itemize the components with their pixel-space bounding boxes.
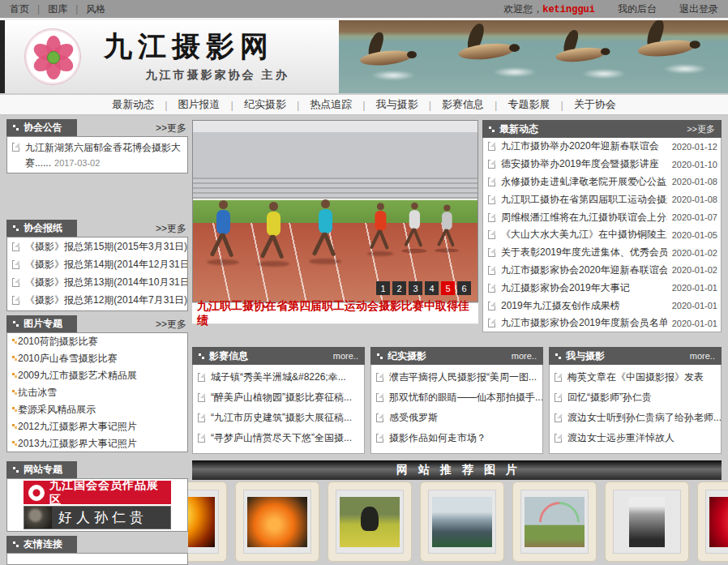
nav-item-latest[interactable]: 最新动态 [112,97,154,112]
list-item[interactable]: 摄影作品如何走市场？ [371,428,542,448]
news-item-title: 九江职工摄协在省第四届职工运动会摄影... [501,193,667,207]
bullet-icon [12,441,15,443]
thumbnail-card-rainbow[interactable] [512,482,597,562]
sun-rengui-banner[interactable]: 好人孙仁贵 [24,506,171,529]
carousel-page-4[interactable]: 4 [425,281,439,295]
newspaper-title: 协会报纸 [24,221,62,235]
newspaper-item[interactable]: 《摄影》报总第14期(2014年12月31日) [7,255,187,273]
topbar-link-style[interactable]: 风格 [67,2,105,16]
photo-topic-item[interactable]: 2010荷韵摄影比赛 [7,333,187,350]
photo-topic-item[interactable]: 2010庐山春雪摄影比赛 [7,350,187,367]
news-item[interactable]: 周维根潘江维将在九江摄协联谊会上分享...2020-01-07 [483,208,721,226]
news-item[interactable]: 《大山大水大美九江》在中摄协铜陵主题...2020-01-05 [483,226,721,244]
news-item-date: 2020-01-01 [672,283,717,293]
news-item[interactable]: 九江市摄影家协会2020年迎新春联谊会【...2020-01-02 [483,262,721,280]
contest-info-title-wrap: 影赛信息 [199,349,248,363]
news-item[interactable]: 德安摄协举办2019年度会暨摄影讲座2020-01-10 [483,156,721,173]
thumbnail-card-orange-flowers[interactable] [235,482,319,562]
news-item[interactable]: 关于表彰2019年度先进集体、优秀会员、...2020-01-02 [483,244,721,262]
thumbnail-card-portrait[interactable] [605,482,689,562]
nav-item-documentary[interactable]: 纪实摄影 [221,97,286,112]
carousel-page-2[interactable]: 2 [392,281,406,295]
contest-info-more-link[interactable]: more.. [333,351,358,361]
carousel-page-1[interactable]: 1 [376,281,390,295]
newspaper-item[interactable]: 《摄影》报总第13期(2014年10月31日) [7,273,187,291]
carousel-page-5[interactable]: 5 [441,281,455,295]
nav-item-me-and-photography[interactable]: 我与摄影 [352,97,418,112]
me-and-photography-title-wrap: 我与摄影 [555,349,605,363]
thumbnail-card-sunset[interactable] [188,482,227,562]
news-item-date: 2020-01-02 [672,248,717,258]
latest-news-more-link[interactable]: >>更多 [687,123,715,135]
my-admin-link[interactable]: 我的后台 [618,2,657,16]
section-icon [13,125,15,127]
nav-item-about[interactable]: 关于协会 [550,97,615,112]
list-item[interactable]: “寻梦庐山情赏尽天下悠”全国摄... [193,428,364,448]
thumbnail-card-red-flower[interactable] [697,482,728,562]
news-item[interactable]: 九江摄影家协会2019年大事记2020-01-01 [483,279,721,297]
carousel-page-3[interactable]: 3 [409,281,422,295]
thumbnail-card-mountains[interactable] [420,482,504,562]
list-item[interactable]: 那双忧郁的眼睛——仙本那拍摄手... [371,387,542,408]
carousel[interactable]: 1 2 3 4 5 6 [192,120,478,302]
list-item[interactable]: “九江市历史建筑”摄影大展征稿... [193,408,364,428]
news-item[interactable]: 九江职工摄协在省第四届职工运动会摄影...2020-01-08 [483,190,721,208]
nav-label: 影赛信息 [442,97,484,112]
news-item[interactable]: 九江市摄协举办2020年迎新春联谊会2020-01-12 [483,138,721,156]
bird-graphic [638,41,695,56]
document-icon [198,434,205,443]
carousel-caption[interactable]: 九江职工摄协在省第四届职工运动会摄影比赛中取得佳绩 [192,303,478,324]
thumbnail-mat [520,490,589,554]
newspaper-item[interactable]: 《摄影》报总第12期(2014年7月31日) [7,291,187,309]
list-item[interactable]: 渡边女士远步重洋悼故人 [550,428,721,448]
list-item[interactable]: 回忆“摄影师”孙仁贵 [550,387,721,408]
main-nav: 最新动态 图片报道 纪实摄影 热点追踪 我与摄影 影赛信息 专题影展 关于协会 [0,95,728,115]
document-icon [488,230,495,239]
news-item[interactable]: 永修摄协走进虬津敬老院开展爱心公益服...2020-01-08 [483,173,721,191]
list-item-label: 回忆“摄影师”孙仁贵 [567,391,652,404]
member-works-banner[interactable]: 九江国会会员作品展区 [24,481,171,504]
photo-topics-more-link[interactable]: >>更多 [156,318,186,332]
announcements-more-link[interactable]: >>更多 [156,122,186,135]
nav-item-hot-topics[interactable]: 热点追踪 [286,97,352,112]
me-and-photography-more-link[interactable]: more.. [690,351,715,361]
news-item[interactable]: 2019年九江摄友创作成果榜2020-01-01 [483,297,721,315]
list-item[interactable]: “醉美庐山植物园”摄影比赛征稿... [193,387,364,408]
list-item[interactable]: 渡边女士听到孙仁贵病了给孙老师... [550,408,721,428]
list-item[interactable]: 濮吉平摘得人民摄影报“美周一图... [371,367,542,387]
newspaper-tab: 协会报纸 [6,220,77,238]
banner-photo [24,507,52,529]
photo-topic-item[interactable]: 婺源采风精品展示 [7,401,187,418]
newspaper-more-link[interactable]: >>更多 [156,222,186,236]
friend-links-tab: 友情连接 [6,536,77,554]
nav-item-photo-report[interactable]: 图片报道 [154,97,220,112]
document-icon [488,142,495,151]
documentary-header: 纪实摄影 more.. [370,347,543,365]
list-item[interactable]: 城子镇“秀美半洲城&#8226;幸... [193,367,364,387]
documentary-more-link[interactable]: more.. [512,351,537,361]
latest-news-list: 九江市摄协举办2020年迎新春联谊会2020-01-12 德安摄协举办2019年… [482,138,722,332]
photo-topic-item[interactable]: 2012九江摄影界大事记照片 [7,418,187,435]
bird-graphic [555,48,605,61]
site-header: 九江摄影网 九江市摄影家协会 主办 [0,20,728,93]
newspaper-item[interactable]: 《摄影》报总第15期(2015年3月31日) [7,238,187,255]
nav-item-exhibitions[interactable]: 专题影展 [484,97,550,112]
photo-topic-item[interactable]: 2013九江摄影界大事记照片 [7,435,187,452]
list-item-label: 渡边女士听到孙仁贵病了给孙老师... [567,411,721,425]
carousel-page-6[interactable]: 6 [457,281,471,295]
topbar-link-gallery[interactable]: 图库 [29,2,67,16]
announcement-item[interactable]: 九江新湖第六届郁金香花博会摄影大赛......2017-03-02 [7,137,187,171]
thumbnail-card-flower-field[interactable] [328,482,412,562]
section-icon [199,353,201,356]
document-icon [555,434,562,443]
topbar-link-home[interactable]: 首页 [10,2,29,16]
logout-link[interactable]: 退出登录 [679,2,718,16]
news-item[interactable]: 九江市摄影家协会2019年度新会员名单2020-01-01 [483,315,721,332]
list-item[interactable]: 梅英文章在《中国摄影报》发表 [550,367,721,387]
nav-label: 图片报道 [178,97,221,112]
nav-item-contest-info[interactable]: 影赛信息 [418,97,484,112]
topbar-links: 首页 图库 风格 [10,2,105,16]
list-item[interactable]: 感受俄罗斯 [371,408,542,428]
photo-topic-item[interactable]: 2009九江市摄影艺术精品展 [7,367,187,384]
photo-topic-item[interactable]: 抗击冰雪 [7,384,187,401]
